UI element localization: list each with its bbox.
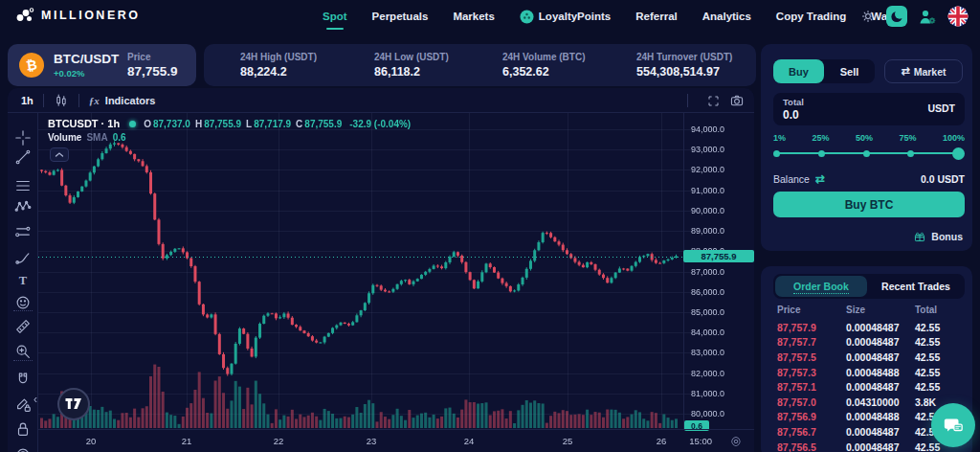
time-tick: 26 xyxy=(657,436,667,446)
profile-settings-icon[interactable] xyxy=(918,8,937,26)
sell-tab[interactable]: Sell xyxy=(824,59,875,83)
nav-item-label: Analytics xyxy=(702,11,751,22)
orderbook-row[interactable]: 87,757.10.0004848742.55 xyxy=(777,379,965,395)
tool-emoji-icon[interactable] xyxy=(14,294,32,311)
tool-xabcd-pattern-icon[interactable] xyxy=(14,198,32,215)
nav-item-perpetuals[interactable]: Perpetuals xyxy=(372,11,429,22)
stat-24h-low-usdt-: 24H Low (USDT)86,118.2 xyxy=(374,52,449,79)
nav-item-spot[interactable]: Spot xyxy=(323,11,347,22)
chart-card: 1h ƒx Indicators T BTCUS xyxy=(8,88,754,452)
price-tick: 84,000.0 xyxy=(691,328,724,337)
slider-stop-50[interactable] xyxy=(863,150,870,157)
ask-size: 0.00048488 xyxy=(846,411,915,422)
tool-fib-lines-icon[interactable] xyxy=(14,177,32,194)
orderbook-row[interactable]: 87,757.00.043100003.8K xyxy=(777,395,965,410)
buy-sell-switch: Buy Sell xyxy=(773,59,875,83)
chart-legend: BTCUSDT · 1h O87,737.0H87,755.9L87,717.9… xyxy=(48,118,413,129)
tool-measure-icon[interactable] xyxy=(14,318,32,335)
nav-item-referral[interactable]: Referral xyxy=(635,11,677,22)
tool-trend-line-icon[interactable] xyxy=(14,148,32,166)
orderbook-row[interactable]: 87,757.90.0004848742.55 xyxy=(777,320,965,335)
price-tick: 93,000.0 xyxy=(691,145,724,154)
axis-settings-icon[interactable]: ◎ xyxy=(731,434,741,447)
ask-size: 0.00048487 xyxy=(846,426,915,438)
buy-tab[interactable]: Buy xyxy=(773,59,824,83)
ohlc-value: 87,737.0 xyxy=(153,119,190,129)
tool-draw-lock-icon[interactable] xyxy=(14,396,32,414)
amount-percent-slider[interactable] xyxy=(773,147,965,160)
brand-name: MILLIONERO xyxy=(41,9,140,22)
support-chat-button[interactable] xyxy=(931,403,975,447)
fx-icon: ƒx xyxy=(89,95,100,106)
slider-stop-75[interactable] xyxy=(907,150,914,157)
logo-dots-icon xyxy=(15,7,34,23)
nav-item-copy-trading[interactable]: Copy Trading xyxy=(776,11,846,22)
nav-item-markets[interactable]: Markets xyxy=(453,11,494,22)
tool-brush-icon[interactable] xyxy=(14,249,32,266)
ask-price: 87,756.5 xyxy=(777,441,846,452)
percent-label-25: 25% xyxy=(812,133,829,143)
orderbook-tabs: Order Book Recent Trades xyxy=(773,274,965,299)
indicators-button[interactable]: ƒx Indicators xyxy=(89,95,156,106)
nav-item-analytics[interactable]: Analytics xyxy=(702,11,751,22)
snapshot-camera-icon[interactable] xyxy=(729,93,745,108)
ask-total: 42.55 xyxy=(915,367,940,378)
price-axis[interactable]: 94,000.093,000.092,000.091,000.090,000.0… xyxy=(683,113,754,429)
trade-panel: Buy Sell ⇄ Market Total 0.0 USDT 1%25%50… xyxy=(761,44,972,251)
brand-logo[interactable]: MILLIONERO xyxy=(15,7,140,23)
language-flag-icon[interactable] xyxy=(947,6,969,27)
price-tick: 92,000.0 xyxy=(691,165,724,174)
tools-divider xyxy=(13,310,33,311)
top-nav: MILLIONERO SpotPerpetualsMarketsLoyaltyP… xyxy=(0,0,980,34)
bonus-link[interactable]: Bonus xyxy=(913,230,963,243)
price-tick: 85,000.0 xyxy=(691,307,724,317)
time-tick: 23 xyxy=(367,436,377,446)
ohlc-key: O xyxy=(144,119,151,129)
orderbook-row[interactable]: 87,757.30.0004848842.55 xyxy=(777,365,965,380)
ohlc-value: 87,755.9 xyxy=(304,119,342,129)
volume-label: Volume xyxy=(48,132,81,143)
tool-projection-icon[interactable] xyxy=(14,223,32,240)
candlestick-chart[interactable] xyxy=(38,113,714,429)
percent-label-100: 100% xyxy=(943,133,965,143)
tab-recent-trades[interactable]: Recent Trades xyxy=(867,280,965,293)
slider-stop-1[interactable] xyxy=(773,150,780,157)
transfer-icon[interactable]: ⇄ xyxy=(815,172,825,186)
ask-price: 87,757.9 xyxy=(777,322,846,333)
nav-item-label: Spot xyxy=(323,11,347,22)
nav-item-loyaltypoints[interactable]: LoyaltyPoints xyxy=(520,10,611,24)
timeframe-button[interactable]: 1h xyxy=(21,95,33,106)
tab-order-book[interactable]: Order Book xyxy=(775,276,867,297)
nav-item-label: Copy Trading xyxy=(776,11,846,22)
light-mode-sun-icon[interactable] xyxy=(860,9,876,24)
ask-price: 87,757.0 xyxy=(777,396,846,408)
slider-stop-100[interactable] xyxy=(952,147,965,160)
slider-stop-25[interactable] xyxy=(818,150,825,157)
orderbook-row[interactable]: 87,757.70.0004848742.55 xyxy=(777,335,965,350)
tool-hide-all-icon[interactable] xyxy=(14,442,32,452)
candle-style-icon[interactable] xyxy=(54,93,69,108)
tool-zoom-in-icon[interactable] xyxy=(14,343,32,360)
legend-collapse-button[interactable] xyxy=(50,147,69,162)
orderbook-row[interactable]: 87,757.50.0004848742.55 xyxy=(777,350,965,365)
ask-size: 0.00048487 xyxy=(846,351,915,363)
buy-btc-button[interactable]: Buy BTC xyxy=(773,192,965,217)
tool-lock-all-icon[interactable] xyxy=(14,420,32,438)
volume-sma-label: SMA xyxy=(86,132,107,143)
time-axis[interactable]: 15:00 ◎ 20212223242526 xyxy=(38,429,754,452)
tradingview-logo[interactable] xyxy=(57,388,90,420)
tools-divider xyxy=(13,360,33,361)
order-type-dropdown[interactable]: ⇄ Market xyxy=(884,59,963,83)
dark-mode-moon-toggle[interactable] xyxy=(886,6,907,27)
balance-row: Balance ⇄ 0.0 USDT xyxy=(773,172,965,186)
tool-crosshair-icon[interactable] xyxy=(14,129,32,147)
price-tick: 80,000.0 xyxy=(691,409,724,418)
object-tree-collapse-arrow[interactable]: ‹ xyxy=(33,393,37,406)
orderbook-row[interactable]: 87,756.50.0004848742.55 xyxy=(777,440,965,452)
tool-text-icon[interactable]: T xyxy=(14,271,32,288)
tool-magnet-icon[interactable] xyxy=(14,371,32,388)
nav-item-label: Markets xyxy=(453,11,494,22)
pair-summary-card[interactable]: ₿ BTC/USDT +0.02% Price 87,755.9 xyxy=(8,44,196,86)
fullscreen-icon[interactable] xyxy=(706,94,721,108)
total-input[interactable]: Total 0.0 USDT xyxy=(773,93,965,125)
